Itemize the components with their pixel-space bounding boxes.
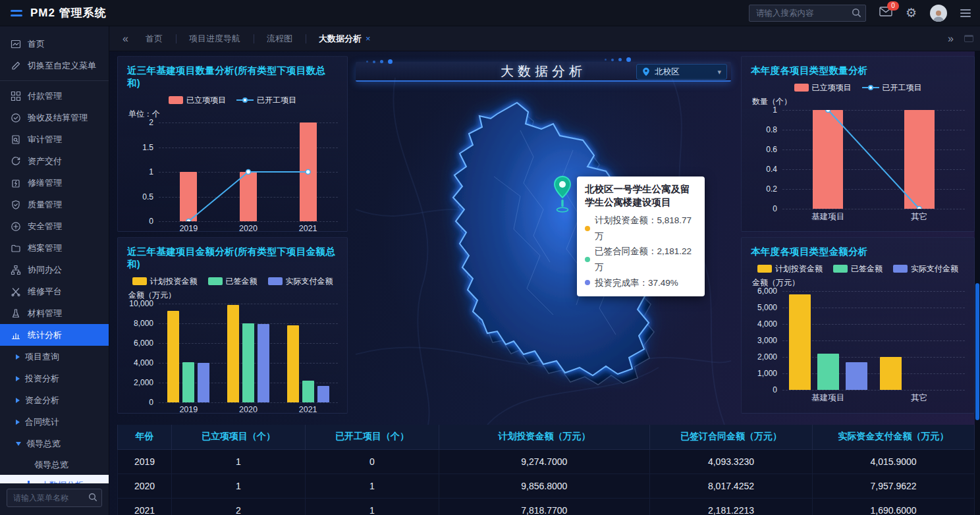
menu-search [7, 489, 102, 507]
bar-计划投资金额 [880, 357, 902, 390]
tab-actions-icon[interactable] [964, 35, 973, 42]
chevron-right-icon [16, 420, 20, 425]
sidebar-item-label: 修缮管理 [28, 177, 62, 189]
sidebar-item-验收及结算管理[interactable]: 验收及结算管理 [0, 107, 109, 128]
map-area[interactable]: 北校区一号学生公寓及留学生公寓楼建设项目 计划投资金额：5,818.77万已签合… [356, 78, 731, 425]
sidebar-item-领导总览[interactable]: 领导总览 [0, 454, 109, 475]
legend-label: 计划投资金额 [775, 263, 823, 275]
sidebar-item-label: 资金分析 [25, 394, 59, 406]
bar-实际支付金额 [846, 362, 867, 390]
doc-search-icon [11, 134, 21, 145]
tabs-scroll-left-icon[interactable]: « [119, 33, 132, 45]
legend-item-实际支付金额[interactable]: 实际支付金额 [268, 276, 333, 287]
sidebar-item-资产交付[interactable]: 资产交付 [0, 150, 109, 172]
legend-bar-swatch [893, 265, 908, 273]
tab-大数据分析[interactable]: 大数据分析× [306, 32, 384, 46]
legend-item-已立项项目[interactable]: 已立项项目 [794, 82, 852, 94]
sidebar-item-label: 领导总览 [26, 438, 61, 450]
sidebar-item-统计分析[interactable]: 统计分析 [0, 324, 109, 346]
legend-item-已签金额[interactable]: 已签金额 [208, 276, 258, 287]
y-tick-label: 0 [149, 217, 153, 226]
tooltip-title: 北校区一号学生公寓及留学生公寓楼建设项目 [585, 183, 697, 209]
sidebar-item-修缮管理[interactable]: 修缮管理 [0, 172, 109, 194]
decor-dot [618, 58, 622, 61]
tooltip-text: 计划投资金额：5,818.77万 [595, 213, 697, 244]
avatar[interactable] [930, 5, 947, 22]
sidebar-item-领导总览[interactable]: 领导总览 [0, 433, 109, 454]
sidebar-item-付款管理[interactable]: 付款管理 [0, 85, 109, 107]
legend-item-计划投资金额[interactable]: 计划投资金额 [757, 263, 823, 275]
more-menu-icon[interactable] [960, 9, 971, 17]
plot-area [782, 291, 965, 390]
sidebar-item-label: 大数据分析 [41, 479, 84, 484]
sidebar-item-档案管理[interactable]: 档案管理 [0, 237, 109, 259]
scrollbar-thumb[interactable] [975, 283, 979, 420]
sidebar-item-投资分析[interactable]: 投资分析 [0, 367, 109, 389]
sidebar-item-安全管理[interactable]: 安全管理 [0, 215, 109, 237]
project-pin-icon[interactable] [553, 175, 572, 213]
tab-label: 流程图 [267, 33, 292, 45]
legend-label: 实际支付金额 [286, 276, 333, 287]
search-input[interactable] [749, 5, 866, 22]
legend-item-已开工项目[interactable]: 已开工项目 [862, 82, 922, 94]
tabs-scroll-right-icon[interactable]: » [944, 33, 958, 45]
table-cell: 1 [305, 498, 439, 515]
sidebar-item-项目查询[interactable]: 项目查询 [0, 346, 109, 367]
chart-legend: 已立项项目已开工项目 [127, 93, 338, 107]
sidebar-item-label: 材料管理 [28, 308, 62, 319]
y-tick-label: 0.6 [766, 145, 777, 154]
sidebar-item-审计管理[interactable]: 审计管理 [0, 128, 109, 150]
y-tick-label: 2,000 [134, 378, 153, 387]
sidebar-item-资金分析[interactable]: 资金分析 [0, 389, 109, 411]
tab-流程图[interactable]: 流程图 [254, 32, 306, 46]
legend-bar-swatch [132, 277, 147, 285]
sidebar-item-切换至自定义菜单[interactable]: 切换至自定义菜单 [0, 55, 109, 76]
table-cell: 0 [305, 449, 439, 474]
sidebar-item-label: 档案管理 [28, 242, 62, 254]
sidebar-item-首页[interactable]: 首页 [0, 33, 109, 55]
sidebar-item-合同统计[interactable]: 合同统计 [0, 411, 109, 433]
sidebar-item-质量管理[interactable]: 质量管理 [0, 194, 109, 215]
sidebar-item-label: 维修平台 [28, 286, 62, 298]
legend-item-实际支付金额[interactable]: 实际支付金额 [893, 263, 958, 275]
chart-legend: 已立项项目已开工项目 [751, 80, 965, 95]
tab-close-icon[interactable]: × [366, 34, 371, 43]
sidebar-item-label: 合同统计 [25, 416, 59, 428]
bar-已立项项目 [180, 172, 197, 221]
table-cell: 9,856.8000 [439, 474, 649, 498]
panel-amount-year: 本年度各项目类型金额分析 计划投资金额已签金额实际支付金额 金额（万元） 01,… [741, 237, 975, 414]
legend-item-已立项项目[interactable]: 已立项项目 [169, 95, 226, 106]
tab-首页[interactable]: 首页 [132, 32, 176, 46]
year-link[interactable]: 2019 [118, 449, 172, 474]
plot-area [782, 110, 965, 209]
messages-button[interactable]: 0 [879, 7, 892, 19]
panel-title: 近三年基建项目数量分析(所有类型下项目数总和) [127, 65, 338, 90]
sidebar-item-维修平台[interactable]: 维修平台 [0, 281, 109, 302]
settings-icon[interactable]: ⚙ [906, 7, 917, 19]
bar-group-2020 [219, 304, 279, 402]
table-cell: 2 [171, 498, 305, 515]
tab-bar-tabs: 首页项目进度导航流程图大数据分析× [132, 32, 944, 46]
org-icon [11, 265, 21, 275]
bar-实际支付金额 [258, 324, 269, 402]
mail-badge: 0 [887, 1, 899, 11]
year-link[interactable]: 2021 [118, 498, 172, 515]
x-tick-label: 其它 [874, 211, 966, 223]
legend-item-已签金额[interactable]: 已签金额 [833, 263, 883, 275]
legend-item-已开工项目[interactable]: 已开工项目 [236, 95, 296, 106]
menu-toggle-icon[interactable] [11, 10, 22, 16]
sidebar-item-材料管理[interactable]: 材料管理 [0, 302, 109, 324]
sidebar-item-协同办公[interactable]: 协同办公 [0, 259, 109, 281]
shield-check-icon [11, 200, 21, 210]
table-cell: 7,818.7700 [439, 498, 649, 515]
legend-item-计划投资金额[interactable]: 计划投资金额 [132, 276, 198, 287]
search-icon[interactable] [852, 8, 861, 18]
year-link[interactable]: 2020 [118, 474, 172, 498]
y-tick-label: 1.5 [142, 143, 153, 152]
axis-unit-label: 金额（万元） [752, 277, 965, 288]
menu-search-icon[interactable] [88, 493, 97, 502]
sidebar-item-大数据分析[interactable]: 大数据分析 [0, 475, 109, 483]
decor-dot [380, 60, 383, 63]
bar-已立项项目 [904, 110, 935, 209]
tab-项目进度导航[interactable]: 项目进度导航 [176, 32, 254, 46]
